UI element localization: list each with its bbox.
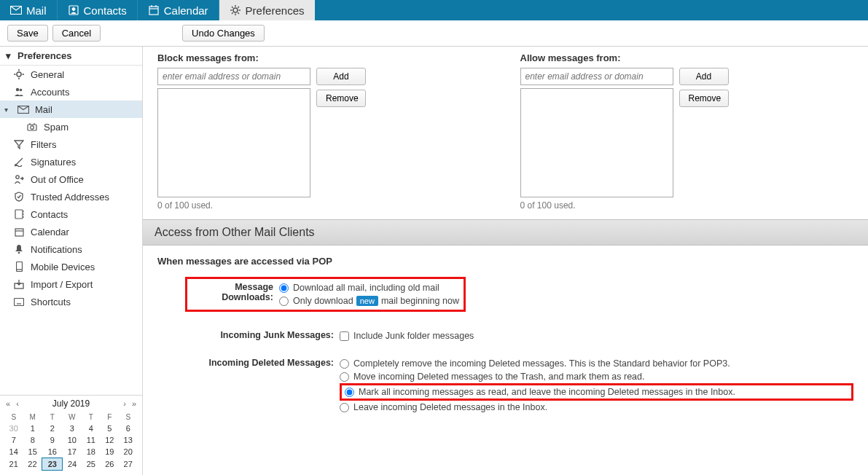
block-address-input[interactable] — [157, 68, 310, 85]
deleted-opt-mark-read[interactable]: Mark all incoming messages as read, and … — [345, 387, 848, 397]
tab-mail[interactable]: Mail — [0, 0, 58, 20]
cal-day[interactable]: 24 — [63, 458, 82, 471]
cal-day[interactable]: 16 — [42, 446, 63, 458]
deleted-radio-remove[interactable] — [340, 359, 349, 369]
junk-opt[interactable]: Include Junk folder messages — [340, 329, 853, 342]
sidebar-item-calendar[interactable]: Calendar — [0, 223, 142, 240]
cal-day[interactable]: 22 — [23, 458, 42, 471]
cal-day[interactable]: 12 — [101, 434, 119, 446]
cal-day[interactable]: 23 — [42, 458, 63, 471]
sidebar-item-ooo[interactable]: Out of Office — [0, 170, 142, 188]
cal-day[interactable]: 30 — [4, 423, 23, 434]
cal-day[interactable]: 26 — [101, 458, 119, 471]
ooo-icon — [13, 173, 25, 185]
tab-preferences[interactable]: Preferences — [219, 0, 316, 20]
deleted-opt-trash[interactable]: Move incoming Deleted messages to the Tr… — [340, 370, 853, 383]
allow-remove-button[interactable]: Remove — [679, 90, 729, 107]
sidebar-item-general[interactable]: General — [0, 66, 142, 83]
downloads-options: Download all mail, including old mail On… — [279, 281, 459, 307]
save-button[interactable]: Save — [7, 25, 48, 42]
cal-day[interactable]: 17 — [63, 446, 82, 458]
downloads-radio-new[interactable] — [279, 297, 289, 306]
cal-day[interactable]: 7 — [4, 434, 23, 446]
downloads-opt-all[interactable]: Download all mail, including old mail — [279, 281, 459, 294]
svg-rect-3 — [149, 7, 158, 15]
cal-day[interactable]: 25 — [82, 458, 100, 471]
sidebar-item-label: Notifications — [31, 244, 82, 255]
accounts-icon — [13, 86, 25, 98]
allow-address-list[interactable] — [520, 88, 673, 197]
cal-day[interactable]: 1 — [23, 423, 42, 434]
block-remove-button[interactable]: Remove — [316, 90, 366, 107]
tab-contacts[interactable]: Contacts — [58, 0, 138, 20]
svg-point-35 — [18, 252, 20, 254]
chevron-down-icon: ▾ — [4, 106, 12, 114]
cal-next-year[interactable]: » — [130, 399, 138, 408]
sidebar-item-shortcuts[interactable]: Shortcuts — [0, 293, 142, 310]
tab-calendar[interactable]: Calendar — [138, 0, 219, 20]
block-add-button[interactable]: Add — [316, 68, 366, 85]
sidebar-item-label: Spam — [44, 122, 69, 133]
sidebar-item-notifications[interactable]: Notifications — [0, 240, 142, 258]
cal-prev-month[interactable]: ‹ — [15, 399, 20, 408]
sidebar-item-trusted[interactable]: Trusted Addresses — [0, 188, 142, 205]
content-area: Block messages from: 0 of 100 used. Add … — [143, 47, 868, 475]
block-messages-panel: Block messages from: 0 of 100 used. Add … — [157, 52, 491, 211]
cal-day[interactable]: 9 — [42, 434, 63, 446]
sidebar-item-accounts[interactable]: Accounts — [0, 83, 142, 101]
cal-next-month[interactable]: › — [122, 399, 128, 408]
cal-prev-year[interactable]: « — [4, 399, 12, 408]
junk-label: Incoming Junk Messages: — [157, 329, 340, 340]
sidebar-item-label: Import / Export — [31, 279, 93, 290]
preferences-list: GeneralAccounts▾MailSpamFiltersSignature… — [0, 66, 142, 310]
spam-icon — [26, 121, 38, 133]
sidebar-item-signatures[interactable]: Signatures — [0, 153, 142, 170]
signatures-icon — [13, 156, 25, 168]
cal-day[interactable]: 5 — [101, 423, 119, 434]
cal-day[interactable]: 19 — [101, 446, 119, 458]
chevron-down-icon: ▾ — [6, 50, 13, 61]
block-address-list[interactable] — [157, 88, 310, 197]
sidebar-item-spam[interactable]: Spam — [0, 118, 142, 136]
sidebar-item-contacts[interactable]: Contacts — [0, 205, 142, 223]
cal-day[interactable]: 10 — [63, 434, 82, 446]
downloads-opt-new[interactable]: Only download new mail beginning now — [279, 294, 459, 307]
cal-day[interactable]: 6 — [119, 423, 138, 434]
cal-day[interactable]: 3 — [63, 423, 82, 434]
junk-checkbox[interactable] — [340, 331, 349, 341]
cal-day[interactable]: 2 — [42, 423, 63, 434]
svg-line-15 — [238, 7, 239, 8]
sidebar-item-mail[interactable]: ▾Mail — [0, 101, 142, 118]
cancel-button[interactable]: Cancel — [52, 25, 101, 42]
downloads-radio-all[interactable] — [279, 283, 289, 293]
pop-subheader: When messages are accessed via POP — [157, 256, 853, 267]
deleted-radio-leave[interactable] — [340, 403, 349, 412]
cal-day[interactable]: 20 — [119, 446, 138, 458]
cal-day[interactable]: 18 — [82, 446, 100, 458]
undo-changes-button[interactable]: Undo Changes — [182, 25, 265, 42]
allow-address-input[interactable] — [520, 68, 673, 85]
sidebar-item-import[interactable]: Import / Export — [0, 275, 142, 293]
calendar-icon — [148, 4, 160, 16]
deleted-opt-remove[interactable]: Completely remove the incoming Deleted m… — [340, 357, 853, 370]
block-usage: 0 of 100 used. — [157, 200, 310, 211]
deleted-label: Incoming Deleted Messages: — [157, 357, 340, 368]
sidebar-item-filters[interactable]: Filters — [0, 136, 142, 153]
cal-day[interactable]: 21 — [4, 458, 23, 471]
deleted-opt-leave[interactable]: Leave incoming Deleted messages in the I… — [340, 401, 853, 414]
sidebar-item-mobile[interactable]: Mobile Devices — [0, 258, 142, 275]
cal-day[interactable]: 11 — [82, 434, 100, 446]
cal-day[interactable]: 27 — [119, 458, 138, 471]
cal-day[interactable]: 15 — [23, 446, 42, 458]
cal-day[interactable]: 4 — [82, 423, 100, 434]
cal-day[interactable]: 13 — [119, 434, 138, 446]
deleted-radio-mark-read[interactable] — [345, 388, 354, 397]
deleted-radio-trash[interactable] — [340, 372, 349, 382]
notifications-icon — [13, 243, 25, 255]
cal-day[interactable]: 14 — [4, 446, 23, 458]
svg-rect-31 — [15, 229, 23, 236]
filters-icon — [13, 138, 25, 150]
allow-add-button[interactable]: Add — [679, 68, 729, 85]
preferences-tree-header[interactable]: ▾ Preferences — [0, 47, 142, 66]
cal-day[interactable]: 8 — [23, 434, 42, 446]
